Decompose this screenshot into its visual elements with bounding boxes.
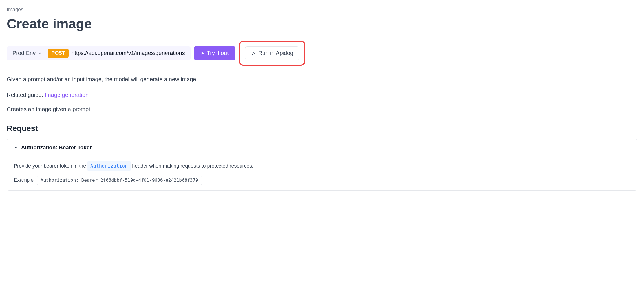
auth-header-code: Authorization: [87, 161, 131, 171]
method-badge: POST: [48, 49, 69, 58]
creates-text: Creates an image given a prompt.: [7, 106, 637, 113]
example-label: Example: [14, 177, 34, 183]
try-it-out-label: Try it out: [207, 50, 229, 56]
auth-example-row: Example Authorization: Bearer 2f68dbbf-5…: [14, 176, 630, 185]
svg-marker-1: [252, 52, 254, 55]
auth-desc-prefix: Provide your bearer token in the: [14, 163, 87, 169]
action-row: Prod Env POST https://api.openai.com/v1/…: [7, 41, 637, 66]
highlight-annotation: Run in Apidog: [239, 41, 306, 66]
related-guide-prefix: Related guide:: [7, 92, 45, 98]
play-outline-icon: [251, 51, 255, 56]
chevron-down-icon: [38, 51, 42, 55]
auth-description: Provide your bearer token in the Authori…: [14, 161, 630, 171]
example-code: Authorization: Bearer 2f68dbbf-519d-4f01…: [37, 176, 202, 185]
env-selector[interactable]: Prod Env: [9, 48, 45, 58]
breadcrumb[interactable]: Images: [7, 7, 637, 13]
chevron-down-icon: [14, 145, 18, 150]
description-text: Given a prompt and/or an input image, th…: [7, 75, 637, 84]
related-guide-link[interactable]: Image generation: [45, 92, 89, 98]
url-text: https://api.openai.com/v1/images/generat…: [71, 50, 188, 56]
run-in-apidog-button[interactable]: Run in Apidog: [245, 46, 299, 60]
url-bar: Prod Env POST https://api.openai.com/v1/…: [7, 46, 191, 60]
page-title: Create image: [7, 16, 637, 32]
svg-marker-0: [202, 52, 204, 55]
run-in-apidog-label: Run in Apidog: [258, 50, 294, 56]
auth-desc-suffix: header when making requests to protected…: [132, 163, 253, 169]
auth-title: Authorization: Bearer Token: [21, 144, 93, 151]
request-card: Authorization: Bearer Token Provide your…: [7, 139, 637, 191]
request-heading: Request: [7, 124, 637, 133]
play-icon: [201, 51, 205, 55]
related-guide: Related guide: Image generation: [7, 92, 637, 98]
try-it-out-button[interactable]: Try it out: [194, 46, 235, 60]
env-label: Prod Env: [12, 50, 36, 56]
auth-header-toggle[interactable]: Authorization: Bearer Token: [14, 144, 630, 155]
